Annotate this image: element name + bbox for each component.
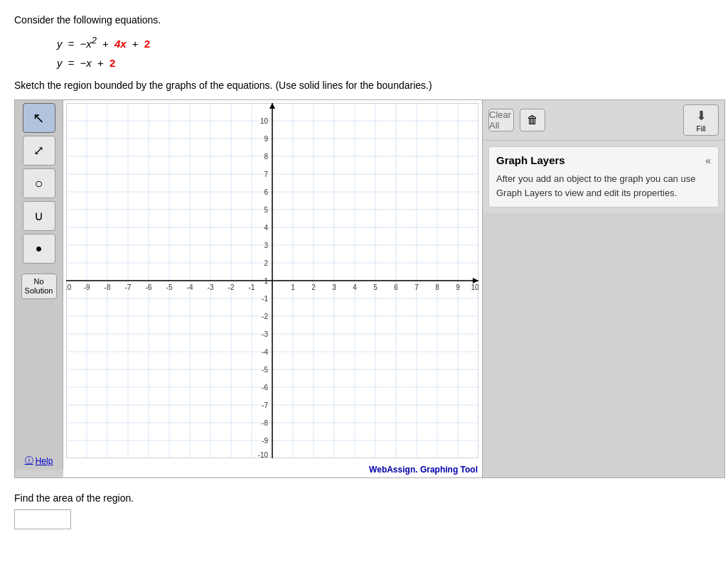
circle-tool[interactable]: ○ [23,168,55,198]
graph-layers-header: Graph Layers « [496,154,711,166]
eq2-plus: + [95,53,107,72]
graph-layers-description: After you add an object to the graph you… [496,172,711,200]
fill-icon: ⬇ [696,108,707,124]
svg-text:-10: -10 [258,451,269,458]
svg-text:-1: -1 [262,295,268,303]
svg-text:-3: -3 [262,330,268,338]
svg-text:10: 10 [471,283,478,291]
no-solution-button[interactable]: No Solution [21,274,57,299]
svg-text:5: 5 [373,283,378,291]
svg-text:8: 8 [435,283,439,291]
svg-text:6: 6 [394,283,398,291]
graphing-tool: ↖ ⤢ ○ ∪ ● No Solution ⓘ Help [14,99,725,478]
svg-text:6: 6 [264,188,268,196]
collapse-button[interactable]: « [705,155,711,166]
left-toolbar: ↖ ⤢ ○ ∪ ● No Solution ⓘ Help [15,100,63,470]
graph-svg-container: -10 -9 -8 -7 -6 -5 -4 -3 -2 -1 1 2 3 4 5… [63,100,482,463]
graph-tools-row: Clear All 🗑 ⬇ Fill [483,100,724,141]
svg-text:-9: -9 [262,437,268,445]
svg-text:-2: -2 [262,313,268,320]
curve-icon: ∪ [34,208,43,224]
graph-layers-title: Graph Layers [496,154,565,166]
svg-text:2: 2 [311,283,316,291]
eq2-term2: 2 [109,53,115,72]
svg-text:3: 3 [332,283,336,291]
svg-text:9: 9 [456,283,460,291]
pointer-icon: ↖ [33,109,45,126]
svg-text:-2: -2 [228,283,235,291]
svg-text:5: 5 [264,206,268,214]
graph-area[interactable]: -10 -9 -8 -7 -6 -5 -4 -3 -2 -1 1 2 3 4 5… [63,100,483,477]
eq2-lhs: y [57,53,63,72]
area-input[interactable] [14,509,71,529]
watermark-suffix: Graphing Tool [418,465,478,475]
svg-text:-5: -5 [166,283,173,291]
equation-1: y = −x2 + 4x + 2 [57,33,714,53]
webassign-brand: WebAssign. [369,465,417,475]
equations-block: y = −x2 + 4x + 2 y = −x + 2 [57,33,714,72]
svg-text:1: 1 [264,277,268,285]
eq1-plus2: + [129,34,141,53]
coordinate-plane[interactable]: -10 -9 -8 -7 -6 -5 -4 -3 -2 -1 1 2 3 4 5… [66,103,478,458]
move-tool[interactable]: ⤢ [23,136,55,166]
circle-icon: ○ [34,175,43,192]
move-icon: ⤢ [33,143,44,158]
svg-text:2: 2 [264,259,268,267]
svg-text:4: 4 [353,283,357,291]
svg-text:-9: -9 [84,283,90,291]
clear-all-button[interactable]: Clear All [488,109,514,131]
point-icon: ● [36,242,43,255]
curve-tool[interactable]: ∪ [23,201,55,231]
delete-button[interactable]: 🗑 [520,109,545,131]
intro-text: Consider the following equations. [14,14,714,26]
svg-text:7: 7 [414,283,419,291]
eq1-lhs: y [57,34,63,53]
svg-text:-4: -4 [187,283,193,291]
watermark: WebAssign. Graphing Tool [63,463,482,477]
eq1-term3: 2 [144,34,150,53]
svg-text:1: 1 [291,283,295,291]
eq2-term1: −x [80,53,92,72]
svg-text:9: 9 [264,135,268,143]
help-button[interactable]: ⓘ Help [25,441,53,467]
svg-text:-8: -8 [105,283,111,291]
svg-text:-8: -8 [262,419,268,427]
right-panel: Clear All 🗑 ⬇ Fill Graph Layers « After … [483,100,724,213]
fill-button[interactable]: ⬇ Fill [683,104,719,136]
help-icon: ⓘ [25,455,33,467]
svg-text:-10: -10 [66,283,72,291]
help-label: Help [36,456,53,466]
svg-text:-7: -7 [262,401,268,409]
svg-text:-4: -4 [262,348,268,356]
svg-text:3: 3 [264,242,268,249]
eq1-term2: 4x [114,34,127,53]
svg-text:-5: -5 [262,366,268,374]
svg-text:-7: -7 [125,283,132,291]
svg-text:10: 10 [260,117,269,125]
equation-2: y = −x + 2 [57,53,714,72]
eq1-term1: −x2 [80,33,97,53]
svg-text:4: 4 [264,224,268,232]
eq1-eq: = [65,34,77,53]
point-tool[interactable]: ● [23,234,55,264]
pointer-tool[interactable]: ↖ [23,103,55,133]
svg-text:7: 7 [264,171,268,178]
svg-text:-6: -6 [146,283,152,291]
svg-text:-3: -3 [208,283,214,291]
no-solution-label: No Solution [22,277,56,296]
svg-text:-1: -1 [249,283,255,291]
svg-text:-6: -6 [262,384,268,391]
svg-text:8: 8 [264,153,268,161]
sketch-instructions: Sketch the region bounded by the graphs … [14,80,714,91]
trash-icon: 🗑 [527,114,538,126]
eq2-eq: = [65,53,77,72]
answer-area: Find the area of the region. [14,492,714,529]
clear-all-icon: Clear All [489,109,513,131]
find-area-text: Find the area of the region. [14,492,714,504]
graph-layers-panel: Graph Layers « After you add an object t… [488,146,719,207]
eq1-plus1: + [100,34,112,53]
fill-label: Fill [697,125,706,133]
